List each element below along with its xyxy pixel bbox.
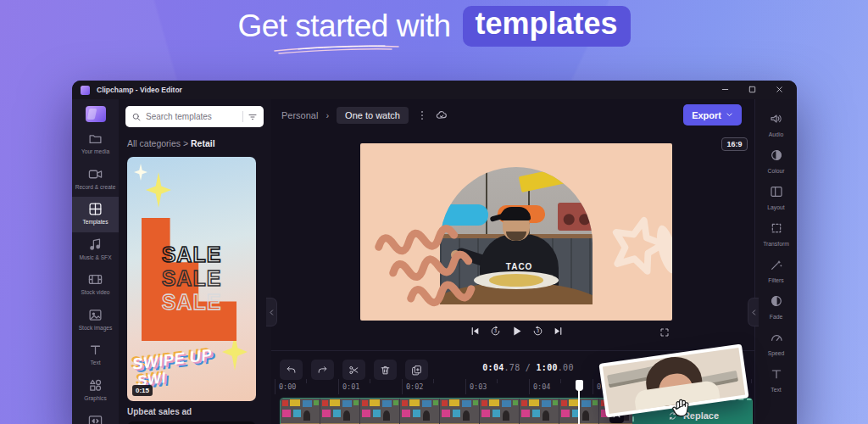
sparkle-icon	[146, 172, 171, 208]
sale-text: SALE	[127, 292, 256, 313]
skip-back-button[interactable]	[470, 326, 481, 339]
swipe-up-text: SWIPE UP	[131, 345, 213, 373]
transport-controls: 33	[360, 325, 672, 340]
rewind-icon: 3	[490, 326, 501, 339]
image-icon	[88, 308, 103, 322]
editor-main: Personal › One to watch Export 16:9	[271, 99, 754, 424]
property-item-label: Transform	[763, 241, 789, 247]
skip-end-icon	[553, 326, 564, 339]
search-icon	[131, 112, 142, 122]
sparkle-icon	[134, 164, 147, 181]
property-item-colour[interactable]: Colour	[755, 143, 797, 180]
redo-icon	[317, 365, 328, 376]
templates-icon	[88, 202, 103, 216]
property-item-label: Speed	[768, 350, 785, 356]
property-item-label: Filters	[768, 277, 784, 283]
minimize-button[interactable]	[721, 84, 730, 97]
aspect-ratio-badge[interactable]: 16:9	[721, 137, 748, 151]
chevron-left-icon	[750, 309, 758, 316]
fullscreen-button[interactable]	[659, 327, 670, 338]
panel-collapse-handle-left[interactable]	[266, 298, 277, 326]
sidebar-item-label: Text	[90, 360, 100, 367]
sidebar-item-transitions[interactable]	[72, 409, 119, 424]
colour-icon	[770, 148, 783, 165]
redo-button[interactable]	[311, 360, 334, 380]
filmstrip-frame	[400, 399, 440, 424]
maximize-button[interactable]	[748, 84, 757, 97]
property-item-speed[interactable]: Speed	[755, 326, 797, 362]
sidebar-item-templates[interactable]: Templates	[72, 197, 119, 232]
sidebar-item-stock-images[interactable]: Stock images	[72, 303, 119, 338]
video-preview: TACO	[360, 143, 672, 321]
sidebar-item-record-create[interactable]: Record & create	[72, 162, 119, 198]
ruler-tick	[593, 379, 593, 394]
project-title[interactable]: One to watch	[337, 107, 409, 124]
breadcrumb-parent[interactable]: All categories	[127, 138, 181, 148]
property-item-layout[interactable]: Layout	[755, 180, 797, 216]
duplicate-icon	[411, 365, 422, 376]
ruler-tick	[338, 379, 339, 394]
close-icon	[775, 84, 784, 97]
ruler-midtick	[370, 379, 370, 383]
time-current-frac: .78	[504, 363, 520, 372]
ruler-label: 0:02	[406, 382, 423, 391]
category-breadcrumb: All categories > Retail	[127, 138, 215, 148]
duration-badge: 0:15	[132, 385, 153, 396]
filmstrip-frame	[360, 399, 400, 424]
delete-button[interactable]	[374, 360, 397, 380]
forward-button[interactable]: 3	[532, 326, 543, 339]
window-title: Clipchamp - Video Editor	[97, 86, 182, 94]
swap-icon	[667, 410, 678, 421]
ruler-midtick	[560, 379, 561, 383]
chevron-down-icon	[726, 111, 733, 119]
divider	[242, 111, 243, 122]
sidebar-item-music-sfx[interactable]: Music & SFX	[72, 232, 119, 268]
sidebar-item-text[interactable]: Text	[72, 338, 119, 373]
cloud-sync-button[interactable]	[436, 109, 448, 121]
project-breadcrumb-parent[interactable]: Personal	[281, 110, 318, 120]
ruler-label: 0:03	[470, 382, 487, 391]
filmstrip-frame	[320, 399, 360, 424]
sidebar-item-label: Graphics	[84, 395, 106, 403]
search-input[interactable]	[146, 112, 238, 121]
duplicate-button[interactable]	[405, 360, 428, 380]
kebab-icon	[416, 109, 428, 121]
timeline-divider	[271, 350, 754, 351]
trash-icon	[380, 365, 391, 376]
speed-icon	[770, 331, 783, 348]
right-rail-items: AudioColourLayoutTransformFiltersFadeSpe…	[755, 107, 797, 399]
boombox-yellow	[518, 167, 571, 192]
undo-button[interactable]	[280, 360, 303, 380]
sidebar-item-your-media[interactable]: Your media	[72, 126, 119, 162]
fade-icon	[770, 294, 783, 311]
property-item-filters[interactable]: Filters	[755, 253, 797, 289]
sidebar-item-label: Record & create	[75, 184, 116, 192]
panel-collapse-handle-right[interactable]	[748, 298, 759, 326]
export-button[interactable]: Export	[683, 104, 742, 126]
property-item-fade[interactable]: Fade	[755, 289, 797, 326]
property-item-audio[interactable]: Audio	[755, 107, 797, 143]
folder-icon	[88, 131, 103, 146]
play-button[interactable]	[510, 325, 523, 340]
ruler-midtick	[433, 379, 434, 383]
sidebar-item-stock-video[interactable]: Stock video	[72, 267, 119, 303]
property-item-label: Audio	[769, 131, 783, 137]
timecode-display: 0:04.78 / 1:00.00	[452, 363, 604, 372]
templates-panel: All categories > Retail SALE SALE SALE S…	[119, 99, 271, 424]
film-icon	[88, 272, 103, 287]
filter-icon[interactable]	[248, 112, 258, 122]
ruler-midtick	[306, 379, 307, 383]
property-item-text[interactable]: Text	[755, 362, 797, 399]
kebab-menu-button[interactable]	[416, 109, 428, 121]
rewind-button[interactable]: 3	[490, 326, 501, 339]
hero-banner: Get started with templates	[0, 2, 868, 51]
property-item-label: Fade	[770, 314, 783, 320]
replace-label: Replace	[683, 410, 719, 421]
close-button[interactable]	[775, 84, 784, 97]
split-button[interactable]	[342, 360, 365, 380]
template-card-sale[interactable]: SALE SALE SALE SWIPE UP SWI 0:15	[127, 157, 256, 401]
skip-end-button[interactable]	[553, 326, 564, 339]
property-item-transform[interactable]: Transform	[755, 216, 797, 253]
project-breadcrumb: Personal › One to watch	[281, 107, 448, 124]
sidebar-item-graphics[interactable]: Graphics	[72, 373, 119, 409]
